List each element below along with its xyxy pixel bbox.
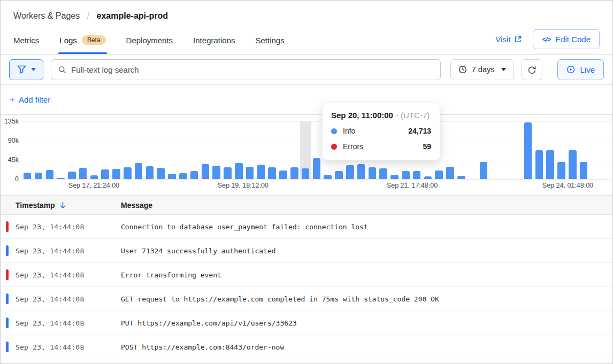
log-row[interactable]: Sep 23, 14:44:08Error transforming event — [1, 263, 612, 287]
bar-slot[interactable] — [178, 121, 189, 179]
bar-slot[interactable] — [489, 121, 500, 179]
bar-slot[interactable] — [189, 121, 200, 179]
bar-slot[interactable] — [278, 121, 289, 179]
bar-info-segment — [112, 169, 120, 179]
bar-slot[interactable] — [144, 121, 156, 179]
log-message: PUT https://example.com/api/v1/users/336… — [121, 319, 612, 327]
log-row[interactable]: Sep 23, 14:44:08User 71324 successfully … — [1, 239, 612, 263]
filter-dropdown-button[interactable] — [9, 59, 43, 80]
bar-slot[interactable] — [456, 121, 467, 179]
bar-errors-segment — [290, 179, 298, 180]
bar-slot[interactable] — [78, 121, 89, 179]
live-button[interactable]: Live — [557, 59, 604, 80]
bar-info-segment — [246, 167, 254, 179]
message-column-header[interactable]: Message — [121, 201, 612, 210]
bar-slot[interactable] — [44, 121, 56, 179]
bar-info-segment — [57, 178, 65, 179]
log-row[interactable]: Sep 23, 14:44:08GET request to https://e… — [1, 287, 612, 311]
timestamp-column-header[interactable]: Timestamp — [1, 201, 121, 210]
bar-slot[interactable] — [445, 121, 456, 179]
bar-slot[interactable] — [156, 121, 167, 179]
bar-slot[interactable] — [200, 121, 211, 179]
bar-slot[interactable] — [22, 121, 33, 179]
tab-label: Metrics — [13, 36, 39, 45]
tab-deployments[interactable]: Deployments — [126, 32, 173, 54]
bar-info-segment — [446, 167, 454, 179]
breadcrumb: Workers & Pages / example-api-prod — [1, 1, 612, 29]
bar-slot[interactable] — [556, 121, 567, 179]
bar-info-segment — [457, 176, 465, 179]
log-timestamp: Sep 23, 14:44:08 — [1, 223, 121, 231]
bar-slot[interactable] — [589, 121, 601, 179]
bar-slot[interactable] — [523, 121, 534, 179]
bar-slot[interactable] — [500, 121, 511, 179]
time-range-dropdown[interactable]: 7 days — [450, 59, 515, 80]
bar-slot[interactable] — [222, 121, 233, 179]
workers-pages-logs-page: { "colors": { "accent": "#1a6af0", "bar_… — [0, 0, 613, 364]
play-circle-icon — [566, 65, 575, 74]
bar-slot[interactable] — [600, 121, 611, 179]
visit-link-label: Visit — [495, 35, 510, 44]
log-volume-chart: 135k90k45k0 Sep 17, 21:24:00Sep 19, 18:1… — [1, 115, 612, 195]
bar-info-segment — [480, 162, 488, 179]
bar-slot[interactable] — [211, 121, 223, 179]
error-severity-indicator — [6, 221, 9, 232]
bar-info-segment — [146, 166, 154, 179]
tab-logs[interactable]: LogsBeta — [59, 32, 105, 54]
tooltip-title: Sep 20, 11:00:00- (UTC-7) — [331, 111, 431, 120]
x-axis-label: Sep 17, 21:24:00 — [68, 182, 119, 189]
tooltip-series-value: 24,713 — [408, 127, 431, 135]
refresh-button[interactable] — [522, 59, 542, 80]
tooltip-series-value: 59 — [423, 142, 431, 151]
chart-plot-area[interactable] — [22, 121, 611, 179]
bar-slot[interactable] — [256, 121, 267, 179]
time-range-label: 7 days — [472, 65, 495, 74]
bar-slot[interactable] — [244, 121, 256, 179]
bar-info-segment — [335, 171, 343, 179]
log-row[interactable]: Sep 23, 14:44:08Connection to database u… — [1, 215, 612, 239]
bar-slot[interactable] — [511, 121, 523, 179]
edit-code-button[interactable]: </> Edit Code — [533, 29, 600, 49]
bar-slot[interactable] — [300, 121, 311, 179]
bar-slot[interactable] — [66, 121, 78, 179]
bar-slot[interactable] — [166, 121, 178, 179]
bar-slot[interactable] — [578, 121, 589, 179]
y-axis-label: 90k — [1, 137, 19, 144]
search-input[interactable] — [71, 65, 433, 74]
bar-slot[interactable] — [111, 121, 122, 179]
bar-slot[interactable] — [122, 121, 133, 179]
bar-slot[interactable] — [311, 121, 323, 179]
bar-slot[interactable] — [89, 121, 100, 179]
bar-slot[interactable] — [100, 121, 111, 179]
add-filter-button[interactable]: + Add filter — [10, 95, 50, 105]
tooltip-series-label: Errors — [343, 142, 363, 151]
bar-slot[interactable] — [233, 121, 244, 179]
tab-settings[interactable]: Settings — [256, 32, 285, 54]
bar-slot[interactable] — [133, 121, 144, 179]
bar-slot[interactable] — [55, 121, 66, 179]
bar-slot[interactable] — [289, 121, 300, 179]
bar-info-segment — [101, 169, 109, 179]
bar-slot[interactable] — [534, 121, 545, 179]
sort-descending-icon[interactable] — [59, 202, 66, 209]
bar-slot[interactable] — [545, 121, 556, 179]
visit-link[interactable]: Visit — [495, 35, 522, 44]
bar-info-segment — [212, 166, 220, 179]
x-axis-label: Sep 21, 17:48:00 — [387, 182, 438, 189]
bar-errors-segment — [202, 179, 210, 180]
bar-slot[interactable] — [33, 121, 44, 179]
tab-label: Settings — [256, 36, 285, 45]
breadcrumb-section[interactable]: Workers & Pages — [13, 11, 80, 20]
bar-slot[interactable] — [267, 121, 278, 179]
bar-info-segment — [90, 175, 98, 179]
log-toolbar: 7 days Live — [1, 55, 612, 85]
tab-integrations[interactable]: Integrations — [193, 32, 235, 54]
bar-slot[interactable] — [567, 121, 578, 179]
log-row[interactable]: Sep 23, 14:44:08PUT https://example.com/… — [1, 311, 612, 335]
bar-slot[interactable] — [467, 121, 478, 179]
bar-slot[interactable] — [478, 121, 489, 179]
add-filter-row: + Add filter — [1, 85, 612, 115]
tab-metrics[interactable]: Metrics — [13, 32, 39, 54]
log-row[interactable]: Sep 23, 14:44:08POST https://example.com… — [1, 335, 612, 359]
bar-info-segment — [35, 173, 43, 179]
